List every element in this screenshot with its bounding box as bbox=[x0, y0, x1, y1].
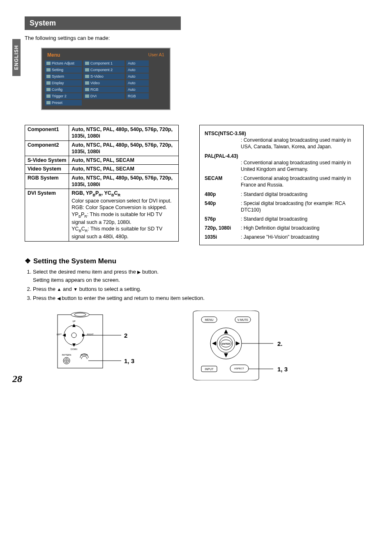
svg-point-1 bbox=[64, 325, 84, 345]
def-pal-text: Conventional analog broadcasting used ma… bbox=[241, 159, 358, 173]
page-number: 28 bbox=[12, 373, 22, 385]
spec-key: Video System bbox=[25, 165, 69, 173]
preset-icon bbox=[46, 101, 51, 104]
callout-2b: 2. bbox=[277, 340, 283, 347]
menu-col-right: Auto Auto Auto Auto Auto RGB bbox=[126, 60, 149, 106]
svg-point-13 bbox=[66, 360, 67, 362]
def-key: 1035i bbox=[205, 234, 241, 240]
steps-list: Select the desired menu item and press t… bbox=[25, 268, 367, 303]
def-key: 540p bbox=[205, 200, 241, 213]
menu-item-label: Config bbox=[52, 88, 62, 92]
up-arrow-icon: ▲ bbox=[57, 287, 62, 292]
spec-val: Auto, NTSC, PAL, 480p, 540p, 576p, 720p,… bbox=[69, 173, 179, 189]
system-icon bbox=[46, 75, 51, 78]
display-icon bbox=[46, 81, 51, 85]
spec-table: Component1Auto, NTSC, PAL, 480p, 540p, 5… bbox=[25, 125, 179, 242]
rgb-icon bbox=[85, 88, 89, 91]
svg-text:LEFT: LEFT bbox=[57, 333, 62, 336]
menu-title-label: Menu bbox=[47, 52, 60, 58]
intro-text: The following settings can be made: bbox=[25, 35, 367, 41]
menu-col-left: Picture Adjust Setting System Display Co… bbox=[45, 60, 82, 106]
menu-item-label: Video bbox=[90, 81, 100, 85]
menu-user-label: User A1 bbox=[148, 52, 164, 58]
menu-value-label: Auto bbox=[128, 61, 136, 65]
svg-text:PATTERN: PATTERN bbox=[62, 354, 71, 356]
video-icon bbox=[85, 81, 89, 85]
remote-controls-diagram: MENU V-MUTE ENTER INPUT ASPECT bbox=[189, 311, 304, 380]
callout-1-3b: 1, 3 bbox=[277, 366, 288, 373]
spec-key: S-Video System bbox=[25, 156, 69, 165]
section-header: System bbox=[25, 16, 181, 30]
down-arrow-icon: ▼ bbox=[73, 287, 78, 292]
input-button-label: INPUT bbox=[205, 368, 214, 371]
picture-adjust-icon bbox=[46, 62, 51, 65]
menu-button-label: MENU bbox=[205, 318, 214, 321]
menu-item-label: Component 1 bbox=[90, 61, 113, 65]
svg-marker-26 bbox=[224, 329, 228, 334]
svg-marker-28 bbox=[212, 341, 216, 345]
menu-value-label: Auto bbox=[128, 88, 136, 92]
aspect-button-label: ASPECT bbox=[234, 367, 244, 370]
svg-point-11 bbox=[63, 357, 70, 364]
menu-item-label: Trigger 2 bbox=[52, 94, 67, 98]
def-key: SECAM bbox=[205, 175, 241, 188]
def-val: Conventional analog broadcasting used ma… bbox=[241, 175, 358, 188]
svg-point-2 bbox=[71, 333, 76, 338]
spec-val: Auto, NTSC, PAL, 480p, 540p, 576p, 720p,… bbox=[69, 125, 179, 141]
menu-col-mid: Component 1 Component 2 S-Video Video RG… bbox=[83, 60, 125, 106]
callout-2: 2 bbox=[124, 332, 127, 339]
spec-val: Auto, NTSC, PAL, SECAM bbox=[69, 165, 179, 173]
step-item: Press the ▲ and ▼ buttons to select a se… bbox=[33, 285, 367, 293]
svg-text:UP: UP bbox=[73, 320, 76, 322]
component-icon bbox=[85, 68, 89, 71]
menu-value-label: RGB bbox=[128, 94, 136, 98]
spec-val-dvi: RGB, YPBPR, YCBCR Color space conversion… bbox=[69, 189, 179, 242]
menu-item-label: Preset bbox=[52, 101, 62, 105]
spec-key: DVI System bbox=[25, 189, 69, 242]
steps-heading: ❖Setting the System Menu bbox=[25, 257, 367, 265]
svideo-icon bbox=[85, 75, 89, 78]
def-ntsc-text: Conventional analog broadcasting used ma… bbox=[241, 137, 358, 150]
osd-menu-screenshot: Menu User A1 Picture Adjust Setting Syst… bbox=[41, 48, 171, 110]
config-icon bbox=[46, 88, 51, 91]
callout-1-3: 1, 3 bbox=[124, 357, 134, 364]
diamond-icon: ❖ bbox=[25, 257, 31, 265]
menu-value-label: Auto bbox=[128, 68, 136, 72]
menu-value-label: Auto bbox=[128, 74, 136, 78]
standards-definitions: NTSC(NTSC-3.58) Conventional analog broa… bbox=[199, 125, 364, 245]
spec-key: Component1 bbox=[25, 125, 69, 141]
unit-controls-diagram: UP DOWN LEFT RIGHT PATTERN ENTER 2 bbox=[49, 311, 148, 380]
spec-key: Component2 bbox=[25, 140, 69, 156]
svg-text:ENTER: ENTER bbox=[81, 354, 88, 356]
step-item: Press the ◀ button to enter the setting … bbox=[33, 294, 367, 302]
menu-item-label: Setting bbox=[52, 68, 63, 72]
def-key: 480p bbox=[205, 191, 241, 198]
trigger-icon bbox=[46, 94, 51, 98]
svg-point-12 bbox=[65, 359, 69, 363]
menu-item-label: Picture Adjust bbox=[52, 61, 74, 65]
menu-item-label: S-Video bbox=[90, 74, 104, 78]
def-val: Standard digital broadcasting bbox=[241, 191, 358, 198]
def-val: Standard digital broadcasting bbox=[241, 216, 358, 222]
side-tab-english: ENGLISH bbox=[12, 39, 21, 76]
menu-value-label: Auto bbox=[128, 81, 136, 85]
menu-item-label: RGB bbox=[90, 88, 99, 92]
spec-val: Auto, NTSC, PAL, SECAM bbox=[69, 156, 179, 165]
component-icon bbox=[85, 62, 89, 65]
menu-item-label: DVI bbox=[90, 94, 97, 98]
svg-point-17 bbox=[74, 313, 86, 316]
menu-item-label: System bbox=[52, 74, 64, 78]
def-val: Special digital broadcasting (for exampl… bbox=[241, 200, 358, 213]
spec-key: RGB System bbox=[25, 173, 69, 189]
svg-marker-29 bbox=[236, 341, 240, 345]
def-pal-heading: PAL(PAL-4.43) bbox=[205, 153, 358, 159]
right-arrow-icon: ▶ bbox=[137, 269, 141, 274]
def-key: 576p bbox=[205, 216, 241, 222]
svg-text:DOWN: DOWN bbox=[71, 348, 77, 350]
dvi-icon bbox=[85, 94, 89, 98]
def-val: Japanese "Hi-Vision" broadcasting bbox=[241, 234, 358, 240]
enter-button-label: ENTER bbox=[222, 343, 231, 345]
def-val: High Definition digital broadcasting bbox=[241, 225, 358, 231]
def-key: 720p, 1080i bbox=[205, 225, 241, 231]
vmute-button-label: V-MUTE bbox=[238, 318, 249, 321]
